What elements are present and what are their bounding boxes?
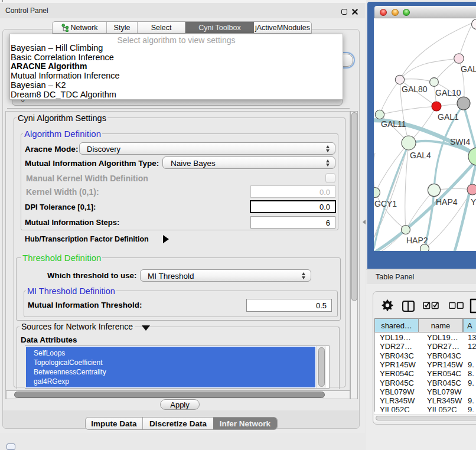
svg-text:GAL10: GAL10 <box>435 88 461 97</box>
svg-text:HAP4: HAP4 <box>436 197 458 207</box>
svg-text:GAL7: GAL7 <box>461 64 476 74</box>
svg-text:HAP2: HAP2 <box>406 236 428 245</box>
svg-text:GAL4: GAL4 <box>410 151 431 160</box>
svg-text:Y: Y <box>471 197 476 207</box>
svg-text:SWI4: SWI4 <box>450 137 470 146</box>
svg-text:GAL80: GAL80 <box>402 84 428 94</box>
svg-text:GAL1: GAL1 <box>438 112 459 122</box>
svg-text:GCY1: GCY1 <box>374 199 397 208</box>
svg-text:GAL11: GAL11 <box>381 119 406 129</box>
